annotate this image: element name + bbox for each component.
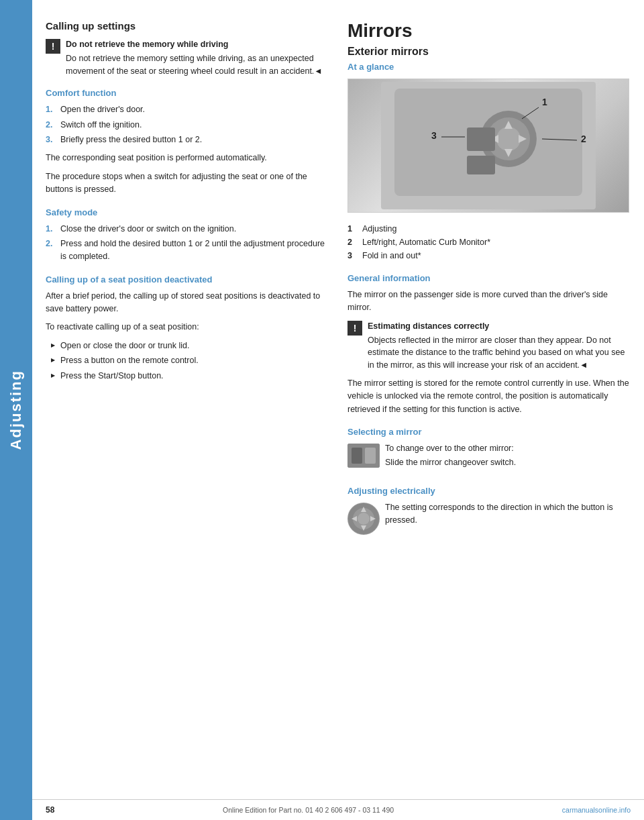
svg-rect-19 xyxy=(365,448,376,464)
calling-up-item-3: Press the Start/Stop button. xyxy=(51,370,327,382)
legend-num-3: 3 xyxy=(347,249,357,262)
svg-point-22 xyxy=(358,513,370,525)
mirrors-title: Mirrors xyxy=(347,20,629,42)
svg-rect-10 xyxy=(467,156,495,174)
legend-text-2: Left/right, Automatic Curb Monitor* xyxy=(362,236,490,249)
calling-up-item-2: Press a button on the remote control. xyxy=(51,354,327,367)
step-num-3: 3. xyxy=(46,134,56,146)
comfort-para2: The procedure stops when a switch for ad… xyxy=(46,170,327,197)
adjusting-icon xyxy=(347,503,380,535)
legend-item-2: 2 Left/right, Automatic Curb Monitor* xyxy=(347,236,629,249)
safety-step-1: 1. Close the driver's door or switch on … xyxy=(46,223,327,236)
footer-bar: 58 Online Edition for Part no. 01 40 2 6… xyxy=(32,799,644,820)
safety-mode-steps: 1. Close the driver's door or switch on … xyxy=(46,223,327,264)
svg-rect-18 xyxy=(352,448,362,464)
safety-step-num-1: 1. xyxy=(46,223,56,236)
svg-text:1: 1 xyxy=(542,97,547,107)
mirror-svg: 1 2 3 xyxy=(381,82,596,209)
step-text-3: Briefly press the desired button 1 or 2. xyxy=(60,134,202,146)
selecting-mirror-box: To change over to the other mirror: Slid… xyxy=(347,442,629,475)
comfort-step-2: 2. Switch off the ignition. xyxy=(46,119,327,132)
mirror-image-inner: 1 2 3 xyxy=(348,79,629,212)
adjusting-electrically-text: The setting corresponds to the direction… xyxy=(385,501,629,533)
page-number: 58 xyxy=(46,805,54,815)
safety-step-text-1: Close the driver's door or switch on the… xyxy=(60,223,236,236)
legend-text-1: Adjusting xyxy=(362,222,396,236)
warning-body: Do not retrieve the memory setting while… xyxy=(66,54,323,76)
warning-text: Do not retrieve the memory while driving… xyxy=(66,38,327,77)
mirror-image: 1 2 3 xyxy=(347,79,629,213)
calling-up-settings-title: Calling up settings xyxy=(46,20,327,32)
adjusting-electrically-box: The setting corresponds to the direction… xyxy=(347,501,629,535)
footer-right: carmanualsonline.info xyxy=(562,806,631,814)
warning-box-distances: ! Estimating distances correctly Objects… xyxy=(347,320,629,372)
legend-item-3: 3 Fold in and out* xyxy=(347,249,629,262)
step-num-1: 1. xyxy=(46,103,56,116)
at-a-glance-label: At a glance xyxy=(347,62,629,72)
svg-rect-9 xyxy=(467,127,495,151)
page-container: Adjusting Calling up settings ! Do not r… xyxy=(0,0,644,820)
sidebar: Adjusting xyxy=(0,0,32,820)
step-text-2: Switch off the ignition. xyxy=(60,119,142,132)
safety-step-num-2: 2. xyxy=(46,238,56,264)
comfort-function-title: Comfort function xyxy=(46,88,327,98)
footer-center: Online Edition for Part no. 01 40 2 606 … xyxy=(223,806,394,814)
calling-up-para2: To reactivate calling up of a seat posit… xyxy=(46,321,327,334)
svg-text:2: 2 xyxy=(581,134,586,144)
safety-mode-title: Safety mode xyxy=(46,207,327,217)
two-columns: Calling up settings ! Do not retrieve th… xyxy=(32,0,644,799)
adjusting-electrically-para1: The setting corresponds to the direction… xyxy=(385,501,629,527)
calling-up-title: Calling up of a seat position deactivate… xyxy=(46,274,327,285)
exterior-mirrors-title: Exterior mirrors xyxy=(347,46,629,58)
step-text-1: Open the driver's door. xyxy=(60,103,145,116)
legend-num-2: 2 xyxy=(347,236,357,249)
selecting-mirror-text: To change over to the other mirror: Slid… xyxy=(385,442,516,475)
warning-text-distances: Estimating distances correctly Objects r… xyxy=(368,320,629,372)
warning-box-driving: ! Do not retrieve the memory while drivi… xyxy=(46,38,327,77)
comfort-step-1: 1. Open the driver's door. xyxy=(46,103,327,116)
step-num-2: 2. xyxy=(46,119,56,132)
right-column: Mirrors Exterior mirrors At a glance xyxy=(347,20,629,786)
calling-up-list: Open or close the door or trunk lid. Pre… xyxy=(46,340,327,382)
general-info-para2: The mirror setting is stored for the rem… xyxy=(347,377,629,416)
legend-item-1: 1 Adjusting xyxy=(347,222,629,236)
mirror-legend: 1 Adjusting 2 Left/right, Automatic Curb… xyxy=(347,222,629,262)
left-column: Calling up settings ! Do not retrieve th… xyxy=(46,20,327,786)
adjusting-svg xyxy=(347,503,380,535)
svg-text:3: 3 xyxy=(431,130,437,141)
selecting-mirror-title: Selecting a mirror xyxy=(347,427,629,437)
safety-step-text-2: Press and hold the desired button 1 or 2… xyxy=(60,238,327,264)
sidebar-label: Adjusting xyxy=(7,370,25,450)
selecting-mirror-para1: To change over to the other mirror: xyxy=(385,442,516,455)
comfort-step-3: 3. Briefly press the desired button 1 or… xyxy=(46,134,327,146)
switch-icon xyxy=(347,444,380,468)
calling-up-para1: After a brief period, the calling up of … xyxy=(46,290,327,316)
general-info-title: General information xyxy=(347,273,629,283)
calling-up-item-1: Open or close the door or trunk lid. xyxy=(51,340,327,352)
comfort-function-steps: 1. Open the driver's door. 2. Switch off… xyxy=(46,103,327,146)
switch-svg xyxy=(347,444,380,468)
content-area: Calling up settings ! Do not retrieve th… xyxy=(32,0,644,820)
warning-body-distances: Objects reflected in the mirror are clos… xyxy=(368,336,625,370)
selecting-mirror-para2: Slide the mirror changeover switch. xyxy=(385,456,516,469)
comfort-para1: The corresponding seat position is perfo… xyxy=(46,152,327,164)
warning-title-distances: Estimating distances correctly xyxy=(368,320,629,333)
safety-step-2: 2. Press and hold the desired button 1 o… xyxy=(46,238,327,264)
general-info-para1: The mirror on the passenger side is more… xyxy=(347,289,629,315)
warning-icon: ! xyxy=(46,39,60,54)
warning-title: Do not retrieve the memory while driving xyxy=(66,38,327,51)
legend-num-1: 1 xyxy=(347,222,357,236)
svg-point-4 xyxy=(496,127,521,151)
warning-icon-distances: ! xyxy=(347,321,362,336)
adjusting-electrically-title: Adjusting electrically xyxy=(347,486,629,496)
legend-text-3: Fold in and out* xyxy=(362,249,421,262)
